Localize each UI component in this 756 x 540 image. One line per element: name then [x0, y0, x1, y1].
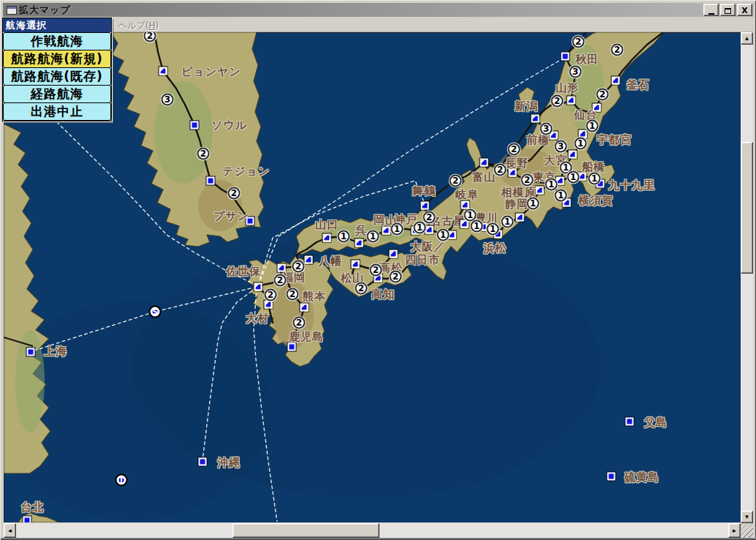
popup-item-1[interactable]: 航路航海(新規): [3, 50, 111, 68]
title-bar[interactable]: 拡大マップ X: [3, 3, 754, 17]
resize-grip[interactable]: [741, 523, 753, 538]
fleet-count-badge-38[interactable]: 2: [287, 288, 299, 301]
fleet-count-badge-9[interactable]: 3: [540, 123, 553, 135]
fleet-count-badge-33[interactable]: 2: [370, 264, 382, 277]
map-viewport[interactable]: ピョンヤンソウルテジョンプサン上海台北秋田釜石山形新潟仙台前橋宇都宮大宮長野富山…: [4, 32, 741, 522]
fleet-count-badge-12[interactable]: 3: [555, 140, 567, 153]
city-marker-2[interactable]: [207, 177, 215, 185]
maximize-button[interactable]: [720, 4, 736, 16]
city-marker-4[interactable]: [27, 348, 35, 356]
fleet-count-badge-34[interactable]: 2: [390, 271, 402, 283]
fleet-count-badge-28[interactable]: 2: [423, 211, 436, 224]
close-button[interactable]: X: [737, 4, 752, 16]
city-marker-36[interactable]: [265, 301, 273, 309]
fleet-count-badge-19[interactable]: 1: [527, 198, 540, 210]
popup-item-3[interactable]: 経路航海: [3, 85, 111, 103]
city-marker-21[interactable]: [516, 214, 524, 222]
city-marker-9[interactable]: [532, 115, 540, 123]
fleet-count-badge-15[interactable]: 1: [567, 171, 580, 184]
fleet-count-badge-40[interactable]: 2: [293, 317, 306, 329]
popup-item-2[interactable]: 航路航海(既存): [3, 67, 111, 86]
extra-marker-0[interactable]: [461, 220, 469, 228]
fleet-count-badge-27[interactable]: 1: [437, 229, 450, 241]
fleet-count-badge-0[interactable]: 2: [144, 32, 156, 42]
fleet-count-badge-31[interactable]: 1: [367, 230, 379, 243]
popup-item-0[interactable]: 作戦航海: [3, 32, 111, 50]
city-marker-19[interactable]: [536, 187, 544, 195]
scroll-right-button[interactable]: ►: [728, 523, 741, 538]
scroll-up-button[interactable]: ▲: [741, 32, 753, 45]
fleet-count-badge-39[interactable]: 2: [265, 289, 277, 301]
fleet-count-badge-36[interactable]: 2: [292, 260, 305, 273]
city-marker-32[interactable]: [323, 234, 331, 242]
fleet-count-badge-18[interactable]: 1: [555, 190, 567, 202]
city-marker-38[interactable]: [288, 343, 296, 351]
fleet-count-badge-25[interactable]: 1: [487, 223, 499, 236]
fleet-count-badge-22[interactable]: 2: [450, 175, 462, 187]
fleet-count-badge-21[interactable]: 2: [521, 174, 534, 187]
fleet-marker-T[interactable]: T: [117, 476, 126, 485]
fleet-count-badge-2[interactable]: 2: [197, 148, 210, 160]
fleet-count-badge-1[interactable]: 3: [162, 94, 174, 106]
city-marker-6[interactable]: [562, 53, 570, 61]
city-marker-44[interactable]: [608, 473, 616, 481]
fleet-count-badge-4[interactable]: 2: [572, 36, 585, 48]
scroll-left-button[interactable]: ◄: [4, 523, 16, 538]
city-marker-25[interactable]: [421, 202, 429, 210]
menu-help[interactable]: ヘルプ(H): [114, 19, 163, 33]
fleet-marker-S[interactable]: S: [151, 307, 160, 317]
minimize-button[interactable]: [703, 4, 719, 16]
city-label-6: 秋田: [575, 53, 599, 67]
fleet-count-badge-6[interactable]: 3: [570, 66, 582, 78]
fleet-count-badge-5[interactable]: 2: [611, 44, 624, 56]
fleet-count-badge-37[interactable]: 2: [274, 274, 287, 287]
city-marker-39[interactable]: [352, 260, 360, 269]
city-marker-43[interactable]: [626, 418, 634, 426]
fleet-count-badge-26[interactable]: 1: [502, 216, 514, 228]
city-marker-40[interactable]: [390, 250, 398, 258]
city-label-29: 四日市: [405, 253, 440, 267]
fleet-count-badge-16[interactable]: 1: [589, 173, 601, 185]
city-marker-1[interactable]: [191, 121, 199, 130]
vertical-scroll-thumb[interactable]: [741, 142, 753, 274]
city-marker-28[interactable]: [426, 226, 434, 234]
horizontal-scroll-thumb[interactable]: [233, 523, 379, 538]
fleet-count-badge-10[interactable]: 1: [586, 120, 599, 132]
fleet-count-badge-7[interactable]: 2: [597, 89, 609, 101]
fleet-count-badge-24[interactable]: 1: [471, 220, 483, 233]
city-label-2: テジョン: [222, 165, 270, 179]
vertical-scrollbar[interactable]: ▲ ▼: [741, 32, 753, 523]
city-marker-31[interactable]: [355, 239, 363, 247]
popup-item-4[interactable]: 出港中止: [3, 102, 111, 121]
fleet-count-badge-8[interactable]: 2: [551, 95, 564, 108]
scroll-down-button[interactable]: ▼: [741, 511, 753, 523]
city-marker-22[interactable]: [461, 201, 469, 209]
fleet-count-badge-32[interactable]: 1: [338, 230, 350, 243]
fleet-count-badge-29[interactable]: 1: [414, 222, 426, 234]
city-marker-30[interactable]: [382, 227, 390, 235]
city-marker-35[interactable]: [254, 283, 262, 291]
city-marker-33[interactable]: [305, 256, 313, 264]
fleet-count-badge-17[interactable]: 1: [545, 179, 558, 191]
fleet-count-badge-20[interactable]: 2: [494, 164, 507, 176]
city-marker-13[interactable]: [569, 151, 577, 159]
fleet-count-badge-30[interactable]: 1: [391, 223, 404, 236]
app-window: 拡大マップ X ヘルプ(H): [0, 0, 756, 540]
fleet-count-badge-3[interactable]: 2: [228, 187, 241, 200]
city-marker-42[interactable]: [199, 458, 207, 466]
city-marker-0[interactable]: [159, 67, 167, 75]
city-marker-8[interactable]: [567, 97, 575, 105]
city-marker-5[interactable]: [23, 517, 31, 523]
fleet-count-badge-11[interactable]: 2: [508, 143, 521, 156]
city-marker-15[interactable]: [480, 159, 488, 167]
city-marker-7[interactable]: [612, 77, 620, 85]
city-label-12: 宇都宮: [597, 133, 632, 147]
city-label-14: 長野: [505, 157, 529, 170]
city-marker-37[interactable]: [300, 304, 309, 312]
horizontal-scrollbar[interactable]: ◄ ►: [4, 523, 741, 538]
city-label-35: 佐世保: [226, 265, 261, 279]
city-label-24: 浜松: [483, 241, 507, 255]
city-label-42: 沖縄: [217, 456, 241, 470]
fleet-count-badge-13[interactable]: 1: [575, 138, 587, 150]
fleet-count-badge-35[interactable]: 2: [355, 282, 368, 295]
